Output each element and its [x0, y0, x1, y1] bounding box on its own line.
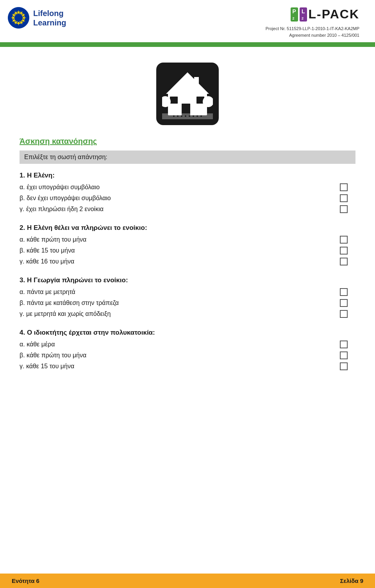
project-nr: Project Nr. 511529-LLP-1-2010-1-IT-KA2-K…: [266, 25, 359, 32]
answer-checkbox-1-3[interactable]: [340, 205, 348, 213]
questions-container: 1. Η Ελένη:α. έχει υπογράψει συμβόλαιοβ.…: [20, 172, 355, 370]
answer-option-1-2: β. δεν έχει υπογράψει συμβόλαιο: [20, 194, 355, 202]
house-icon-area: [20, 63, 355, 125]
instruction-box: Επιλέξτε τη σωστή απάντηση:: [20, 151, 355, 164]
answer-option-4-3: γ. κάθε 15 του μήνα: [20, 362, 355, 370]
eu-logo: [8, 7, 29, 29]
house-icon: [162, 68, 213, 119]
house-icon-box: [156, 63, 219, 125]
svg-point-27: [185, 115, 186, 117]
svg-point-31: [200, 115, 202, 117]
answer-checkbox-3-2[interactable]: [340, 299, 348, 307]
answer-option-2-2: β. κάθε 15 του μήνα: [20, 247, 355, 255]
answer-checkbox-2-2[interactable]: [340, 247, 348, 255]
answer-text-2-2: β. κάθε 15 του μήνα: [20, 247, 340, 254]
svg-point-29: [193, 115, 194, 117]
svg-marker-14: [166, 72, 209, 94]
answer-option-4-1: α. κάθε μέρα: [20, 341, 355, 348]
svg-rect-18: [194, 77, 199, 86]
question-block-1: 1. Η Ελένη:α. έχει υπογράψει συμβόλαιοβ.…: [20, 172, 355, 213]
lpack-name: L-PACK: [309, 7, 360, 22]
lifelong-label: Lifelong: [33, 9, 66, 18]
answer-text-1-2: β. δεν έχει υπογράψει συμβόλαιο: [20, 195, 340, 202]
answer-checkbox-2-3[interactable]: [340, 258, 348, 265]
question-title-4: 4. Ο ιδιοκτήτης έρχεται στην πολυκατοικί…: [20, 329, 355, 337]
agreement-nr: Agreement number 2010 – 4125/001: [266, 32, 359, 39]
answer-text-3-3: γ. με μετρητά και χωρίς απόδειξη: [20, 310, 340, 317]
answer-text-4-2: β. κάθε πρώτη του μήνα: [20, 352, 340, 359]
answer-option-3-2: β. πάντα με κατάθεση στην τράπεζα: [20, 299, 355, 307]
answer-text-4-3: γ. κάθε 15 του μήνα: [20, 363, 340, 370]
answer-checkbox-4-3[interactable]: [340, 362, 348, 370]
main-content: Άσκηση κατανόησης Επιλέξτε τη σωστή απάν…: [0, 47, 375, 574]
question-title-3: 3. Η Γεωργία πληρώνει το ενοίκιο:: [20, 276, 355, 284]
lpack-badge: P2 L2 L-PACK: [291, 7, 359, 22]
green-bar: [0, 44, 375, 47]
svg-point-28: [189, 115, 190, 117]
svg-point-30: [196, 115, 198, 117]
question-block-4: 4. Ο ιδιοκτήτης έρχεται στην πολυκατοικί…: [20, 329, 355, 370]
lpack-l2: L2: [300, 7, 307, 22]
header-left: Lifelong Learning: [8, 7, 66, 29]
footer: Ενότητα 6 Σελίδα 9: [0, 574, 375, 588]
answer-text-2-1: α. κάθε πρώτη του μήνα: [20, 236, 340, 243]
answer-option-2-3: γ. κάθε 16 του μήνα: [20, 258, 355, 265]
svg-point-26: [181, 115, 182, 117]
answer-option-3-1: α. πάντα με μετρητά: [20, 288, 355, 296]
answer-option-3-3: γ. με μετρητά και χωρίς απόδειξη: [20, 310, 355, 318]
answer-option-2-1: α. κάθε πρώτη του μήνα: [20, 236, 355, 244]
learning-label: Learning: [33, 18, 66, 27]
answer-text-2-3: γ. κάθε 16 του μήνα: [20, 258, 340, 265]
svg-point-25: [177, 115, 179, 117]
answer-text-3-2: β. πάντα με κατάθεση στην τράπεζα: [20, 299, 340, 307]
answer-checkbox-3-1[interactable]: [340, 288, 348, 296]
answer-option-4-2: β. κάθε πρώτη του μήνα: [20, 351, 355, 359]
answer-checkbox-1-2[interactable]: [340, 194, 348, 202]
answer-text-3-1: α. πάντα με μετρητά: [20, 289, 340, 296]
section-title: Άσκηση κατανόησης: [20, 137, 355, 146]
question-block-3: 3. Η Γεωργία πληρώνει το ενοίκιο:α. πάντ…: [20, 276, 355, 318]
header: Lifelong Learning P2 L2 L-PACK Project N…: [0, 0, 375, 44]
answer-checkbox-1-1[interactable]: [340, 183, 348, 191]
footer-right-label: Σελίδα 9: [340, 577, 363, 584]
lpack-p2: P2: [291, 7, 298, 22]
answer-text-1-1: α. έχει υπογράψει συμβόλαιο: [20, 184, 340, 191]
answer-checkbox-4-2[interactable]: [340, 351, 348, 359]
answer-option-1-3: γ. έχει πληρώσει ήδη 2 ενοίκια: [20, 205, 355, 213]
answer-text-4-1: α. κάθε μέρα: [20, 341, 340, 348]
question-block-2: 2. Η Ελένη θέλει να πληρώνει το ενοίκιο:…: [20, 224, 355, 265]
lpack-logo-area: P2 L2 L-PACK Project Nr. 511529-LLP-1-20…: [266, 7, 359, 38]
answer-text-1-3: γ. έχει πληρώσει ήδη 2 ενοίκια: [20, 206, 340, 213]
answer-checkbox-3-3[interactable]: [340, 310, 348, 318]
instruction-text: Επιλέξτε τη σωστή απάντηση:: [24, 154, 107, 160]
page-wrapper: Lifelong Learning P2 L2 L-PACK Project N…: [0, 0, 375, 588]
svg-rect-19: [162, 113, 213, 119]
answer-checkbox-2-1[interactable]: [340, 236, 348, 244]
svg-rect-16: [170, 97, 178, 104]
footer-left-label: Ενότητα 6: [12, 577, 39, 584]
project-info: Project Nr. 511529-LLP-1-2010-1-IT-KA2-K…: [266, 25, 359, 38]
answer-option-1-1: α. έχει υπογράψει συμβόλαιο: [20, 183, 355, 191]
svg-point-24: [173, 115, 175, 117]
question-title-2: 2. Η Ελένη θέλει να πληρώνει το ενοίκιο:: [20, 224, 355, 232]
question-title-1: 1. Η Ελένη:: [20, 172, 355, 179]
answer-checkbox-4-1[interactable]: [340, 341, 348, 348]
llp-text: Lifelong Learning: [33, 9, 66, 27]
